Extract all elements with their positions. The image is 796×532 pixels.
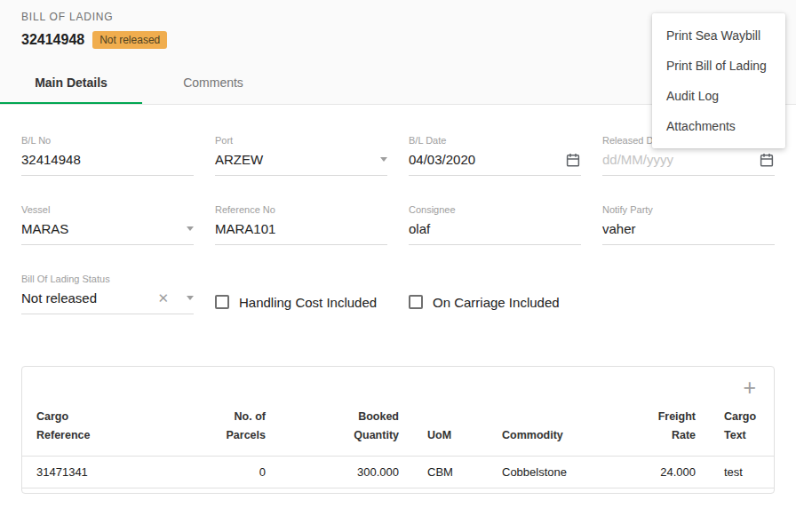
released-date-input[interactable]: dd/MM/yyyy — [602, 146, 775, 176]
tab-label: Main Details — [35, 75, 107, 90]
chevron-down-icon — [187, 296, 194, 300]
column-header-freight-rate: Freight Rate — [628, 401, 710, 456]
field-port: Port ARZEW — [215, 135, 387, 176]
cargo-table: Cargo Reference No. of Parcels Booked Qu… — [22, 401, 774, 488]
cell-commodity[interactable]: Cobbelstone — [488, 456, 628, 488]
bl-date-label: B/L Date — [409, 135, 581, 146]
handling-cost-checkbox[interactable]: Handling Cost Included — [215, 290, 387, 314]
on-carriage-label: On Carriage Included — [433, 295, 560, 310]
bl-status-value: Not released — [21, 290, 157, 306]
released-date-placeholder: dd/MM/yyyy — [602, 152, 753, 167]
field-notify-party: Notify Party vaher — [602, 204, 775, 245]
field-vessel: Vessel MARAS — [21, 204, 194, 245]
column-header-uom: UoM — [413, 401, 488, 456]
field-bl-date: B/L Date 04/03/2020 — [409, 135, 581, 176]
notify-party-value: vaher — [602, 221, 775, 236]
column-header-commodity: Commodity — [488, 401, 628, 456]
table-header-row: Cargo Reference No. of Parcels Booked Qu… — [22, 401, 774, 456]
cell-freight-rate[interactable]: 24.000 — [628, 456, 710, 488]
bl-no-value: 32414948 — [21, 152, 194, 167]
cell-booked-quantity[interactable]: 300.000 — [280, 456, 413, 488]
field-bl-no: B/L No 32414948 — [21, 135, 194, 176]
field-reference-no: Reference No MARA101 — [215, 204, 387, 245]
column-header-no-of-parcels: No. of Parcels — [191, 401, 280, 456]
bl-status-label: Bill Of Lading Status — [21, 274, 194, 284]
handling-cost-label: Handling Cost Included — [239, 295, 377, 310]
column-header-cargo-text: Cargo Text — [710, 401, 774, 456]
tab-label: Comments — [183, 75, 243, 90]
bl-status-select[interactable]: Not released ✕ — [21, 284, 194, 314]
port-value: ARZEW — [215, 152, 375, 167]
checkbox-icon[interactable] — [215, 295, 229, 309]
status-badge: Not released — [92, 31, 167, 49]
clear-icon[interactable]: ✕ — [157, 291, 169, 305]
cell-uom[interactable]: CBM — [413, 456, 488, 488]
menu-item-attachments[interactable]: Attachments — [652, 111, 785, 141]
reference-no-value: MARA101 — [215, 221, 387, 236]
menu-item-audit-log[interactable]: Audit Log — [652, 81, 785, 111]
menu-item-print-sea-waybill[interactable]: Print Sea Waybill — [652, 20, 785, 51]
bl-no-input[interactable]: 32414948 — [21, 146, 194, 176]
vessel-label: Vessel — [21, 204, 194, 215]
field-consignee: Consignee olaf — [409, 204, 581, 245]
bl-date-input[interactable]: 04/03/2020 — [409, 146, 581, 176]
bl-date-value: 04/03/2020 — [409, 152, 560, 167]
port-label: Port — [215, 135, 387, 146]
vessel-value: MARAS — [21, 221, 181, 236]
tab-comments[interactable]: Comments — [142, 62, 284, 104]
field-bl-status: Bill Of Lading Status Not released ✕ — [21, 274, 194, 314]
chevron-down-icon — [380, 157, 387, 162]
add-cargo-button[interactable]: + — [743, 377, 756, 397]
main-content: B/L No 32414948 Port ARZEW B/L Date 04/0… — [0, 135, 796, 493]
notify-party-label: Notify Party — [602, 204, 775, 215]
cell-no-of-parcels[interactable]: 0 — [191, 456, 280, 488]
calendar-icon[interactable] — [565, 152, 581, 168]
bl-no-label: B/L No — [21, 135, 194, 146]
menu-item-print-bill-of-lading[interactable]: Print Bill of Lading — [652, 51, 785, 81]
empty-cell — [602, 274, 775, 314]
notify-party-input[interactable]: vaher — [602, 215, 775, 245]
cargo-table-card: + Cargo Reference No. of Parcels Booked … — [21, 366, 775, 493]
consignee-input[interactable]: olaf — [409, 215, 581, 245]
context-menu: Print Sea Waybill Print Bill of Lading A… — [652, 13, 785, 148]
chevron-down-icon — [187, 226, 194, 231]
cell-cargo-text[interactable]: test — [710, 456, 774, 488]
table-toolbar: + — [22, 367, 774, 397]
tab-main-details[interactable]: Main Details — [0, 62, 142, 104]
reference-no-input[interactable]: MARA101 — [215, 215, 387, 245]
checkbox-icon[interactable] — [409, 295, 423, 309]
reference-no-label: Reference No — [215, 204, 387, 215]
column-header-cargo-reference: Cargo Reference — [22, 401, 191, 456]
port-select[interactable]: ARZEW — [215, 146, 387, 176]
bl-number: 32414948 — [21, 32, 84, 48]
on-carriage-checkbox[interactable]: On Carriage Included — [409, 290, 581, 314]
vessel-select[interactable]: MARAS — [21, 215, 194, 245]
calendar-icon[interactable] — [759, 152, 775, 168]
bill-of-lading-form: B/L No 32414948 Port ARZEW B/L Date 04/0… — [21, 135, 775, 314]
cargo-table-row[interactable]: 31471341 0 300.000 CBM Cobbelstone 24.00… — [22, 456, 774, 488]
column-header-booked-quantity: Booked Quantity — [280, 401, 413, 456]
consignee-label: Consignee — [409, 204, 581, 215]
cell-cargo-reference[interactable]: 31471341 — [22, 456, 191, 488]
consignee-value: olaf — [409, 221, 581, 236]
